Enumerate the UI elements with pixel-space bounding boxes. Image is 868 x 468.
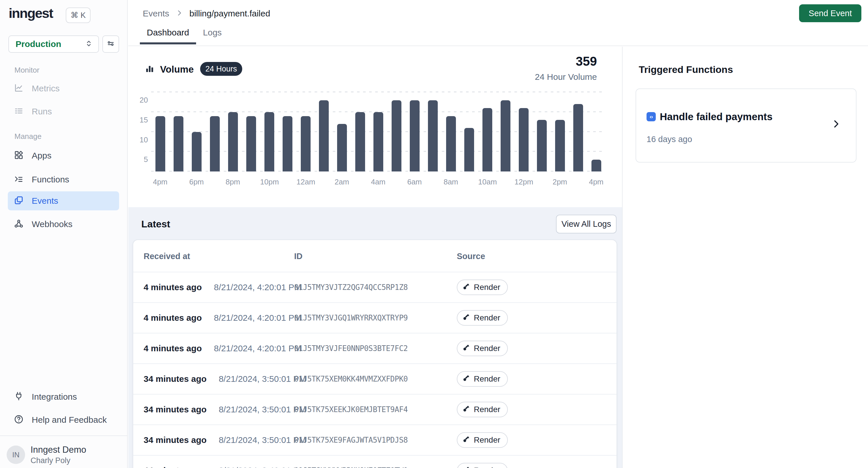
event-row-4[interactable]: 34 minutes ago8/21/2024, 3:50:01 PM01J5T…: [133, 394, 617, 425]
breadcrumb-events-link[interactable]: Events: [143, 9, 169, 19]
source-badge-render[interactable]: Render: [457, 341, 508, 356]
range-badge-24-hours[interactable]: 24 Hours: [200, 62, 242, 76]
sidebar-divider: [0, 435, 128, 436]
source-badge-render[interactable]: Render: [457, 463, 508, 468]
volume-bar-10pm-6: [265, 112, 274, 171]
render-key-icon: [463, 466, 470, 468]
chevron-right-icon: [176, 9, 183, 18]
volume-bar-11pm-7: [283, 116, 292, 172]
column-header-id: ID: [294, 252, 303, 261]
y-axis-tick-label: 10: [131, 135, 148, 144]
render-key-icon: [463, 375, 470, 383]
event-id: 01J5TMY3VJGQ1WRYRRXQXTRYP9: [294, 313, 408, 322]
volume-chart: 4pm6pm8pm10pm12am2am4am6am8am10am12pm2pm…: [131, 92, 610, 187]
x-axis-tick-label: 4am: [369, 177, 387, 187]
volume-bar-1am-9: [319, 100, 329, 172]
events-table: Received at ID Source 4 minutes ago8/21/…: [133, 239, 617, 468]
received-at-cell: 4 minutes ago8/21/2024, 4:20:01 PM: [144, 303, 301, 333]
section-label-manage: Manage: [14, 132, 41, 141]
received-at-cell: 44 minutes ago8/21/2024, 3:40:01 PM: [144, 456, 306, 468]
column-header-source: Source: [457, 252, 485, 261]
event-row-2[interactable]: 4 minutes ago8/21/2024, 4:20:01 PM01J5TM…: [133, 333, 617, 363]
events-copy-icon: [14, 195, 24, 206]
x-axis-tick-label: 6am: [405, 177, 424, 187]
volume-bar-9pm-5: [246, 116, 256, 172]
volume-bar-5am-13: [392, 100, 401, 172]
x-axis-tick-label: 10am: [478, 177, 496, 187]
tab-active-underline: [140, 42, 196, 44]
relative-time: 44 minutes ago: [144, 466, 207, 468]
column-header-received-at: Received at: [144, 252, 190, 261]
sidebar-item-functions[interactable]: Functions: [8, 170, 119, 189]
send-event-button[interactable]: Send Event: [799, 4, 861, 22]
sidebar-item-help[interactable]: Help and Feedback: [8, 410, 119, 429]
volume-bar-3am-11: [355, 112, 365, 171]
events-table-body: 4 minutes ago8/21/2024, 4:20:01 PM01J5TM…: [133, 272, 617, 468]
source-label: Render: [474, 313, 500, 323]
triggered-function-card[interactable]: ‹› Handle failed payments 16 days ago: [636, 89, 857, 163]
gridline-y-20: [151, 92, 605, 92]
source-badge-render[interactable]: Render: [457, 432, 508, 448]
section-label-monitor: Monitor: [14, 66, 39, 75]
received-at-cell: 34 minutes ago8/21/2024, 3:50:01 PM: [144, 425, 306, 455]
render-key-icon: [463, 283, 470, 292]
sidebar-item-apps[interactable]: Apps: [8, 146, 119, 165]
sidebar-item-integrations[interactable]: Integrations: [8, 387, 119, 406]
environment-select[interactable]: Production: [8, 35, 99, 53]
event-id: 01J5TK75XE9FAGJWTA5V1PDJS8: [294, 436, 408, 444]
command-k-shortcut[interactable]: ⌘ K: [66, 7, 91, 23]
volume-bar-12am-8: [301, 116, 311, 172]
absolute-timestamp: 8/21/2024, 3:50:01 PM: [219, 374, 306, 384]
event-row-6[interactable]: 44 minutes ago8/21/2024, 3:40:01 PM01J5T…: [133, 455, 617, 468]
volume-bar-8pm-4: [228, 112, 238, 171]
render-key-icon: [463, 344, 470, 353]
plug-icon: [14, 391, 24, 402]
events-table-header: Received at ID Source: [133, 240, 617, 272]
environment-settings-button[interactable]: [102, 35, 119, 53]
user-account[interactable]: IN Inngest Demo Charly Poly: [7, 444, 122, 466]
source-badge-render[interactable]: Render: [457, 371, 508, 387]
sidebar-item-webhooks[interactable]: Webhooks: [8, 215, 119, 234]
help-circle-icon: [14, 414, 24, 425]
tab-bar: Dashboard Logs: [140, 28, 229, 44]
webhook-icon: [14, 219, 24, 230]
y-axis-tick-label: 15: [131, 115, 148, 125]
received-at-cell: 34 minutes ago8/21/2024, 3:50:01 PM: [144, 364, 306, 394]
x-axis-tick-label: 8pm: [224, 177, 242, 187]
volume-bar-2am-10: [337, 124, 347, 171]
event-row-0[interactable]: 4 minutes ago8/21/2024, 4:20:01 PM01J5TM…: [133, 272, 617, 302]
tab-logs[interactable]: Logs: [196, 28, 229, 44]
breadcrumb: Events billing/payment.failed: [143, 9, 270, 19]
sidebar-item-events[interactable]: Events: [8, 191, 119, 210]
x-axis-tick-label: 6pm: [187, 177, 206, 187]
volume-bar-6am-14: [410, 100, 420, 172]
source-badge-render[interactable]: Render: [457, 279, 508, 295]
source-badge-render[interactable]: Render: [457, 402, 508, 417]
x-axis-tick-label: 4pm: [151, 177, 169, 187]
absolute-timestamp: 8/21/2024, 3:50:01 PM: [219, 435, 306, 445]
tab-dashboard[interactable]: Dashboard: [140, 28, 196, 44]
event-id: 01J5TK75XEEKJK0EMJBTET9AF4: [294, 405, 408, 414]
relative-time: 4 minutes ago: [144, 343, 202, 353]
volume-bar-4pm-0: [155, 116, 165, 172]
relative-time: 4 minutes ago: [144, 282, 202, 292]
chevron-updown-icon: [85, 39, 93, 49]
volume-total-caption: 24 Hour Volume: [482, 72, 597, 82]
source-badge-render[interactable]: Render: [457, 310, 508, 326]
render-key-icon: [463, 313, 470, 322]
sidebar-item-metrics[interactable]: Metrics: [8, 79, 119, 98]
event-row-3[interactable]: 34 minutes ago8/21/2024, 3:50:01 PM01J5T…: [133, 363, 617, 394]
event-row-1[interactable]: 4 minutes ago8/21/2024, 4:20:01 PM01J5TM…: [133, 302, 617, 333]
y-axis-tick-label: 20: [131, 96, 148, 105]
relative-time: 4 minutes ago: [144, 313, 202, 323]
received-at-cell: 34 minutes ago8/21/2024, 3:50:01 PM: [144, 395, 306, 425]
apps-grid-icon: [14, 150, 24, 161]
user-name: Charly Poly: [31, 456, 86, 465]
sidebar-item-label: Webhooks: [32, 219, 72, 229]
event-row-5[interactable]: 34 minutes ago8/21/2024, 3:50:01 PM01J5T…: [133, 425, 617, 455]
volume-bar-9am-17: [464, 128, 474, 171]
sidebar-item-runs[interactable]: Runs: [8, 102, 119, 121]
event-id: 01J5TK75XEM0KK4MVMZXXFDPK0: [294, 375, 408, 383]
view-all-logs-button[interactable]: View All Logs: [556, 215, 617, 233]
breadcrumb-current: billing/payment.failed: [189, 9, 270, 19]
